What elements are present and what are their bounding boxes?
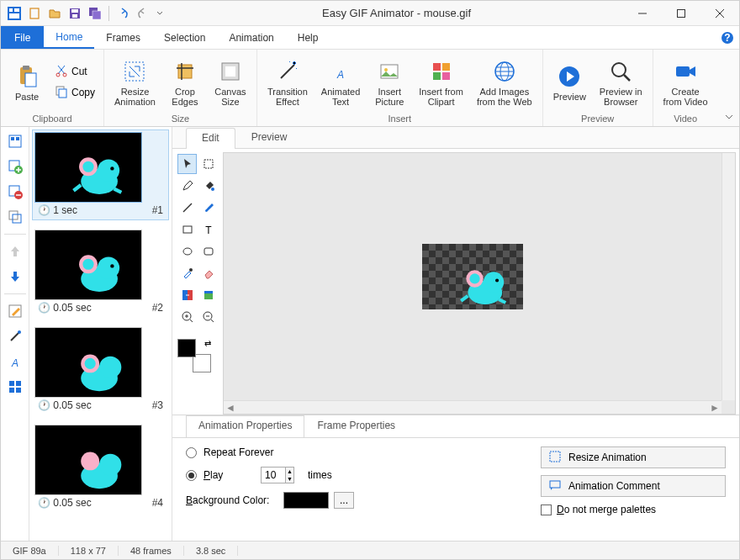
frame-item[interactable]: 🕐 0.05 sec#4 bbox=[34, 425, 166, 510]
scrollbar-vertical[interactable] bbox=[722, 153, 735, 400]
tab-frame-properties[interactable]: Frame Properties bbox=[304, 415, 408, 437]
play-times-radio[interactable] bbox=[186, 470, 197, 481]
create-from-video-button[interactable]: Create from Video bbox=[658, 56, 713, 108]
scrollbar-horizontal[interactable]: ◄► bbox=[224, 400, 722, 414]
insert-picture-button[interactable]: Insert Picture bbox=[368, 56, 410, 108]
preview-button[interactable]: Preview bbox=[548, 61, 591, 103]
rounded-rect-tool[interactable] bbox=[198, 241, 218, 262]
move-up-icon[interactable] bbox=[4, 240, 26, 262]
ellipse-tool[interactable] bbox=[177, 241, 197, 262]
separator bbox=[108, 6, 109, 21]
bgcolor-more-button[interactable]: ... bbox=[334, 492, 354, 509]
brush-tool[interactable] bbox=[198, 198, 218, 218]
merge-palettes-checkbox[interactable]: Do not merge palettes bbox=[541, 504, 726, 515]
open-icon[interactable] bbox=[46, 5, 63, 22]
crop-edges-button[interactable]: Crop Edges bbox=[164, 56, 206, 108]
ribbon-collapse-icon[interactable] bbox=[719, 110, 739, 126]
svg-point-94 bbox=[495, 278, 499, 282]
fill-tool[interactable] bbox=[198, 176, 218, 196]
tab-help[interactable]: Help bbox=[286, 26, 330, 49]
marquee-tool[interactable] bbox=[198, 154, 218, 174]
separator bbox=[4, 234, 26, 235]
statusbar: GIF 89a 118 x 77 48 frames 3.8 sec bbox=[1, 541, 739, 559]
tab-home[interactable]: Home bbox=[44, 26, 94, 49]
add-images-web-button[interactable]: Add Images from the Web bbox=[472, 56, 537, 108]
save-icon[interactable] bbox=[66, 5, 83, 22]
titlebar: Easy GIF Animator - mouse.gif bbox=[1, 1, 739, 26]
tab-preview[interactable]: Preview bbox=[235, 127, 304, 148]
tab-animation-properties[interactable]: Animation Properties bbox=[186, 415, 304, 437]
status-duration: 3.8 sec bbox=[184, 546, 238, 556]
editor-tabs: Edit Preview bbox=[172, 127, 739, 149]
color-swatches: ⇄ bbox=[177, 339, 211, 372]
remove-frame-icon[interactable] bbox=[4, 181, 26, 203]
zoom-out-tool[interactable] bbox=[198, 307, 218, 327]
tab-animation[interactable]: Animation bbox=[217, 26, 285, 49]
svg-text:?: ? bbox=[724, 32, 730, 44]
pointer-tool[interactable] bbox=[177, 154, 197, 174]
frame-item[interactable]: 🕐 0.05 sec#3 bbox=[34, 327, 166, 413]
clipart-icon bbox=[428, 58, 455, 85]
maximize-button[interactable] bbox=[662, 1, 700, 26]
bgcolor-swatch[interactable] bbox=[283, 492, 329, 509]
move-down-icon[interactable] bbox=[4, 266, 26, 288]
spin-down[interactable]: ▼ bbox=[286, 475, 293, 483]
copy-button[interactable]: Copy bbox=[51, 83, 98, 103]
cut-button[interactable]: Cut bbox=[51, 62, 98, 82]
text-tool-icon[interactable]: A bbox=[4, 351, 26, 372]
paste-button[interactable]: Paste bbox=[6, 61, 48, 103]
animation-comment-button[interactable]: Animation Comment bbox=[541, 475, 726, 497]
line-tool[interactable] bbox=[177, 198, 197, 218]
transition-effect-button[interactable]: Transition Effect bbox=[262, 56, 313, 108]
qat-dropdown-icon[interactable] bbox=[155, 5, 165, 22]
frame-thumbnail[interactable] bbox=[34, 132, 142, 203]
canvas-size-button[interactable]: Canvas Size bbox=[209, 56, 251, 108]
frame-thumbnail[interactable] bbox=[34, 425, 142, 495]
swap-colors-icon[interactable]: ⇄ bbox=[204, 339, 211, 348]
frame-item[interactable]: 🕐 0.05 sec#2 bbox=[34, 230, 166, 315]
pencil-tool[interactable] bbox=[177, 176, 197, 196]
play-count-input[interactable]: ▲▼ bbox=[261, 467, 294, 483]
resize-animation-button[interactable]: Resize Animation bbox=[109, 56, 161, 108]
svg-rect-16 bbox=[25, 73, 36, 87]
help-icon[interactable]: ? bbox=[716, 26, 739, 49]
repeat-forever-radio[interactable]: Repeat Forever bbox=[186, 446, 524, 458]
eyedropper-tool[interactable] bbox=[177, 263, 197, 283]
foreground-color-swatch[interactable] bbox=[177, 339, 196, 357]
grid-icon[interactable] bbox=[4, 376, 26, 398]
frame-thumbnail[interactable] bbox=[34, 327, 142, 398]
frame-item[interactable]: 🕐 1 sec#1 bbox=[32, 129, 169, 220]
rect-tool[interactable] bbox=[177, 219, 197, 240]
svg-line-87 bbox=[190, 320, 193, 322]
redo-icon[interactable] bbox=[135, 5, 151, 22]
close-button[interactable] bbox=[700, 1, 739, 26]
canvas[interactable] bbox=[224, 153, 722, 400]
undo-icon[interactable] bbox=[114, 5, 131, 22]
duplicate-frame-icon[interactable] bbox=[4, 206, 26, 228]
replace-color-tool[interactable] bbox=[177, 285, 197, 305]
new-icon[interactable] bbox=[26, 5, 43, 22]
preview-browser-button[interactable]: Preview in Browser bbox=[595, 56, 648, 108]
tab-selection[interactable]: Selection bbox=[152, 26, 217, 49]
clone-tool[interactable] bbox=[198, 285, 218, 305]
saveall-icon[interactable] bbox=[87, 5, 103, 22]
animated-text-button[interactable]: AAnimated Text bbox=[316, 56, 365, 108]
text-tool[interactable]: T bbox=[198, 219, 218, 240]
edit-frame-icon[interactable] bbox=[4, 300, 26, 322]
effects-icon[interactable] bbox=[4, 325, 26, 347]
eraser-tool[interactable] bbox=[198, 263, 218, 283]
tab-frames[interactable]: Frames bbox=[94, 26, 152, 49]
insert-clipart-button[interactable]: Insert from Clipart bbox=[414, 56, 468, 108]
minimize-button[interactable] bbox=[623, 1, 662, 26]
svg-point-60 bbox=[98, 160, 119, 182]
canvas-content[interactable] bbox=[422, 244, 523, 309]
spin-up[interactable]: ▲ bbox=[286, 468, 293, 475]
file-tab[interactable]: File bbox=[1, 26, 44, 49]
frame-thumbnail[interactable] bbox=[34, 230, 142, 300]
add-frame-icon[interactable] bbox=[4, 156, 26, 177]
resize-animation-button2[interactable]: Resize Animation bbox=[541, 446, 726, 468]
svg-rect-54 bbox=[16, 381, 21, 386]
zoom-in-tool[interactable] bbox=[177, 307, 197, 327]
tab-edit[interactable]: Edit bbox=[186, 128, 235, 149]
frames-icon[interactable] bbox=[4, 130, 26, 152]
